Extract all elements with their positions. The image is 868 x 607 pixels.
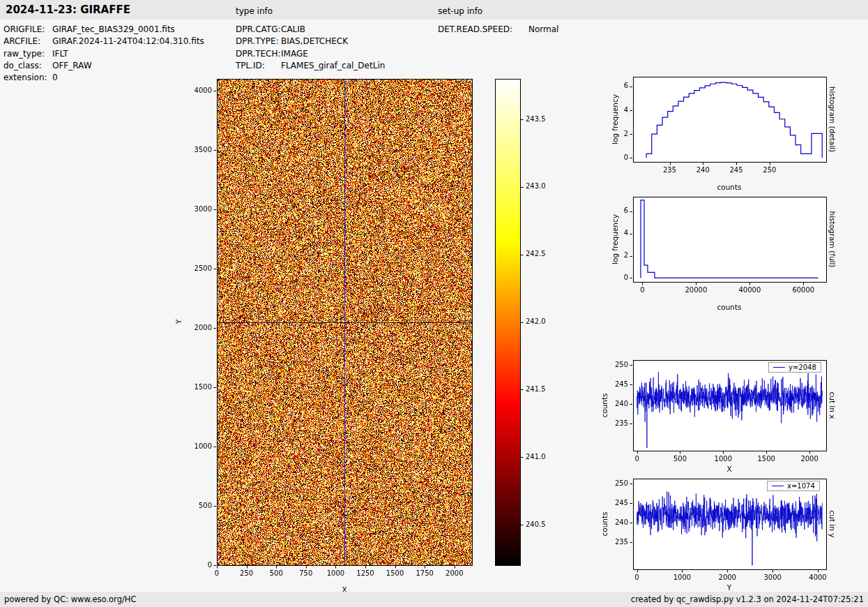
meta-value-rawtype: IFLT xyxy=(52,49,68,59)
meta-value-extension: 0 xyxy=(52,73,58,82)
cut-y-legend-label: x=1074 xyxy=(787,482,815,490)
cut-x-legend-label: y=2048 xyxy=(789,364,816,371)
cut-y-legend: x=1074 xyxy=(767,481,820,491)
meta-value-doclass: OFF_RAW xyxy=(52,61,92,70)
footer-created-by: created by qc_rawdisp.py v1.2.3 on 2024-… xyxy=(631,594,864,604)
meta-label-read-speed: DET.READ.SPEED: xyxy=(438,24,512,34)
type-info-heading: type info xyxy=(236,6,273,16)
hist-full-y-axis-label: log frequency xyxy=(611,214,619,264)
meta-value-dpr-type: BIAS,DETCHECK xyxy=(281,36,348,46)
meta-label-tpl-id: TPL.ID: xyxy=(236,61,265,70)
legend-line-swatch xyxy=(773,367,785,368)
legend-line-swatch xyxy=(772,486,784,486)
cut-x-y-axis-label: counts xyxy=(600,393,609,417)
setup-info-heading: set-up info xyxy=(438,6,482,16)
cut-y-x-axis-label: Y xyxy=(727,583,731,592)
meta-label-doclass: do_class: xyxy=(3,61,42,70)
meta-label-origfile: ORIGFILE: xyxy=(3,24,45,34)
cut-x-x-axis-label: X xyxy=(726,465,731,473)
meta-value-origfile: GIRAF_tec_BIAS329_0001.fits xyxy=(52,24,175,34)
hist-full-side-label: histogram (full) xyxy=(828,211,837,268)
cut-y-side-label: cut in y xyxy=(828,510,837,537)
meta-value-read-speed: Normal xyxy=(528,24,558,34)
meta-label-dpr-tech: DPR.TECH: xyxy=(236,49,281,59)
raw-image-canvas xyxy=(167,70,488,590)
meta-label-dpr-type: DPR.TYPE: xyxy=(236,36,279,46)
histogram-full-canvas xyxy=(600,190,837,301)
colorbar-canvas xyxy=(488,70,551,590)
cut-y-y-axis-label: counts xyxy=(600,511,609,536)
hist-detail-x-axis-label: counts xyxy=(717,183,741,191)
header-bar: 2024-11-23: GIRAFFE type info set-up inf… xyxy=(0,0,868,20)
meta-value-dpr-catg: CALIB xyxy=(281,24,305,34)
raw-image-y-axis-label: Y xyxy=(174,320,183,324)
footer-bar: powered by QC: www.eso.org/HC created by… xyxy=(0,592,868,607)
page-title: 2024-11-23: GIRAFFE xyxy=(6,3,130,16)
hist-full-x-axis-label: counts xyxy=(717,303,741,311)
histogram-detail-canvas xyxy=(600,70,837,181)
footer-powered-by: powered by QC: www.eso.org/HC xyxy=(4,594,136,604)
cut-x-legend: y=2048 xyxy=(768,362,821,373)
meta-label-extension: extension: xyxy=(3,73,47,82)
meta-label-rawtype: raw_type: xyxy=(3,49,45,59)
meta-label-arcfile: ARCFILE: xyxy=(3,36,40,46)
hist-detail-y-axis-label: log frequency xyxy=(611,94,619,144)
meta-label-dpr-catg: DPR.CATG: xyxy=(236,24,281,34)
hist-detail-side-label: histogram (detail) xyxy=(828,87,837,152)
meta-value-tpl-id: FLAMES_giraf_cal_DetLin xyxy=(281,61,385,70)
meta-value-dpr-tech: IMAGE xyxy=(281,49,308,59)
meta-value-arcfile: GIRAF.2024-11-24T04:12:04.310.fits xyxy=(52,36,204,46)
cut-x-side-label: cut in x xyxy=(828,391,837,419)
